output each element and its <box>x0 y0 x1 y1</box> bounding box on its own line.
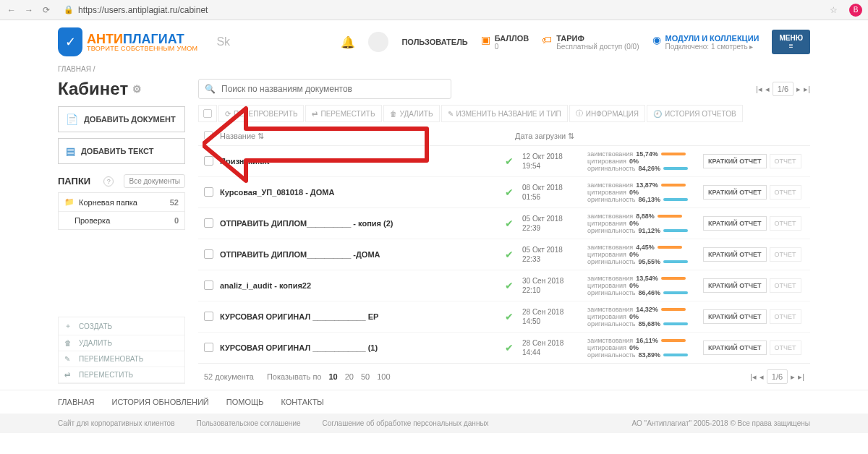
bell-icon[interactable]: 🔔 <box>341 35 355 49</box>
add-document-button[interactable]: 📄 ДОБАВИТЬ ДОКУМЕНТ <box>58 106 185 132</box>
toolbar-move[interactable]: ⇄ПЕРЕМЕСТИТЬ <box>305 105 381 122</box>
add-text-button[interactable]: ▤ ДОБАВИТЬ ТЕКСТ <box>58 138 185 164</box>
report-button[interactable]: ОТЧЕТ <box>770 340 801 355</box>
info-icon: ⓘ <box>576 108 583 119</box>
footer-terms[interactable]: Пользовательское соглашение <box>197 419 301 427</box>
pager-page-b[interactable]: 1/6 <box>767 369 788 384</box>
pager-next-b[interactable]: ▸ <box>791 372 795 382</box>
brief-report-button[interactable]: КРАТКИЙ ОТЧЕТ <box>703 278 767 293</box>
row-date: 28 Сен 201814:50 <box>522 307 587 326</box>
footer-corp[interactable]: Сайт для корпоративных клиентов <box>58 419 175 427</box>
search-box[interactable]: 🔍 <box>198 79 451 99</box>
toolbar: ⟳ПЕРЕПРОВЕРИТЬ ⇄ПЕРЕМЕСТИТЬ 🗑УДАЛИТЬ ✎ИЗ… <box>198 105 810 122</box>
table-head: Название ⇅ Дата загрузки ⇅ <box>198 127 810 146</box>
menu-button[interactable]: МЕНЮ≡ <box>772 30 810 54</box>
row-checkbox[interactable] <box>204 156 213 166</box>
footer-nav: ГЛАВНАЯ ИСТОРИЯ ОБНОВЛЕНИЙ ПОМОЩЬ КОНТАК… <box>0 390 868 414</box>
per-page-20[interactable]: 20 <box>345 372 354 381</box>
footer-history[interactable]: ИСТОРИЯ ОБНОВЛЕНИЙ <box>111 398 208 406</box>
modules[interactable]: ◉ МОДУЛИ И КОЛЛЕКЦИИ Подключено: 1 смотр… <box>652 34 760 51</box>
report-button[interactable]: ОТЧЕТ <box>770 216 801 231</box>
user-label[interactable]: ПОЛЬЗОВАТЕЛЬ <box>401 38 467 46</box>
table-row[interactable]: КУРСОВАЯ ОРИГИНАЛ ____________ ЕР ✔ 28 С… <box>198 301 810 333</box>
row-checkbox[interactable] <box>204 249 213 259</box>
brief-report-button[interactable]: КРАТКИЙ ОТЧЕТ <box>703 216 767 231</box>
table-row[interactable]: КУРСОВАЯ ОРИГИНАЛ ____________ (1) ✔ 28 … <box>198 333 810 363</box>
select-all-checkbox[interactable] <box>204 131 220 141</box>
table-row[interactable]: Признаки.txt ✔ 12 Окт 201819:54 заимство… <box>198 146 810 177</box>
row-checkbox[interactable] <box>204 343 213 352</box>
pager-prev[interactable]: ◂ <box>765 85 770 94</box>
points-icon: ▣ <box>481 34 490 46</box>
move-icon: ⇄ <box>312 110 318 118</box>
page-title: Кабинет ⚙ <box>58 79 185 99</box>
report-button[interactable]: ОТЧЕТ <box>770 154 801 168</box>
brief-report-button[interactable]: КРАТКИЙ ОТЧЕТ <box>703 309 767 324</box>
back-button[interactable]: ← <box>6 4 17 16</box>
per-page-50[interactable]: 50 <box>361 372 370 381</box>
pager-bottom: |◂ ◂ 1/6 ▸ ▸| <box>750 369 804 384</box>
toolbar-delete[interactable]: 🗑УДАЛИТЬ <box>383 105 440 122</box>
folder-create[interactable]: ＋СОЗДАТЬ <box>59 317 184 335</box>
toolbar-info[interactable]: ⓘИНФОРМАЦИЯ <box>569 105 645 122</box>
folder-rename[interactable]: ✎ПЕРЕИМЕНОВАТЬ <box>59 351 184 367</box>
row-date: 08 Окт 201801:56 <box>522 183 587 202</box>
bookmark-icon[interactable]: ☆ <box>830 5 838 15</box>
avatar[interactable] <box>368 32 388 52</box>
forward-button[interactable]: → <box>23 4 35 16</box>
reload-button[interactable]: ⟳ <box>41 4 52 16</box>
toolbar-checkbox[interactable] <box>198 105 217 122</box>
toolbar-history[interactable]: 🕘ИСТОРИЯ ОТЧЕТОВ <box>647 105 743 122</box>
footer-privacy[interactable]: Соглашение об обработке персональных дан… <box>323 419 489 427</box>
per-page-100[interactable]: 100 <box>377 372 390 381</box>
brief-report-button[interactable]: КРАТКИЙ ОТЧЕТ <box>703 185 767 200</box>
help-icon[interactable]: ? <box>103 176 114 187</box>
url-bar[interactable]: 🔒 https://users.antiplagiat.ru/cabinet ☆ <box>58 4 843 17</box>
row-checkbox[interactable] <box>204 218 213 228</box>
pager-prev-b[interactable]: ◂ <box>760 372 764 382</box>
row-checkbox[interactable] <box>204 280 213 290</box>
pager-last[interactable]: ▸| <box>804 85 810 94</box>
brief-report-button[interactable]: КРАТКИЙ ОТЧЕТ <box>703 154 767 168</box>
folder-delete[interactable]: 🗑УДАЛИТЬ <box>59 335 184 351</box>
toolbar-rename[interactable]: ✎ИЗМЕНИТЬ НАЗВАНИЕ И ТИП <box>441 105 568 122</box>
all-documents-button[interactable]: Все документы <box>124 174 185 188</box>
folder-move[interactable]: ⇄ПЕРЕМЕСТИТЬ <box>59 367 184 383</box>
footer-help[interactable]: ПОМОЩЬ <box>226 398 264 406</box>
folder-tree: 📁Корневая папка 52 Проверка 0 <box>58 192 185 230</box>
row-checkbox[interactable] <box>204 187 213 197</box>
pager-last-b[interactable]: ▸| <box>798 372 804 382</box>
brief-report-button[interactable]: КРАТКИЙ ОТЧЕТ <box>703 247 767 262</box>
table-row[interactable]: analiz_i_audit - копия22 ✔ 30 Сен 201822… <box>198 270 810 301</box>
pager-first[interactable]: |◂ <box>756 85 762 94</box>
child-folder[interactable]: Проверка 0 <box>59 212 184 229</box>
footer-main[interactable]: ГЛАВНАЯ <box>58 398 94 406</box>
per-page-10[interactable]: 10 <box>328 372 337 381</box>
col-date[interactable]: Дата загрузки ⇅ <box>515 132 587 141</box>
check-icon: ✔ <box>505 311 522 322</box>
footer-contacts[interactable]: КОНТАКТЫ <box>281 398 324 406</box>
pager-next[interactable]: ▸ <box>796 85 801 94</box>
pager-first-b[interactable]: |◂ <box>750 372 757 382</box>
col-name[interactable]: Название ⇅ <box>220 132 515 141</box>
search-input[interactable] <box>221 84 445 94</box>
brief-report-button[interactable]: КРАТКИЙ ОТЧЕТ <box>703 340 767 355</box>
table-row[interactable]: ОТПРАВИТЬ ДИПЛОМ__________ - копия (2) ✔… <box>198 208 810 239</box>
table-row[interactable]: Курсовая_УП_081018 - ДОМА ✔ 08 Окт 20180… <box>198 177 810 208</box>
row-date: 12 Окт 201819:54 <box>522 152 587 171</box>
pager-page[interactable]: 1/6 <box>773 82 793 96</box>
gear-icon[interactable]: ⚙ <box>132 83 142 95</box>
table-row[interactable]: ОТПРАВИТЬ ДИПЛОМ__________ -ДОМА ✔ 05 Ок… <box>198 239 810 270</box>
report-button[interactable]: ОТЧЕТ <box>770 309 801 324</box>
report-button[interactable]: ОТЧЕТ <box>770 278 801 293</box>
report-button[interactable]: ОТЧЕТ <box>770 185 801 200</box>
profile-badge[interactable]: В <box>849 4 862 17</box>
row-checkbox[interactable] <box>204 312 213 321</box>
report-button[interactable]: ОТЧЕТ <box>770 247 801 262</box>
root-folder[interactable]: 📁Корневая папка 52 <box>59 193 184 212</box>
toolbar-recheck[interactable]: ⟳ПЕРЕПРОВЕРИТЬ <box>218 105 304 122</box>
row-name: КУРСОВАЯ ОРИГИНАЛ ____________ ЕР <box>220 312 505 321</box>
breadcrumb[interactable]: ГЛАВНАЯ / <box>0 62 868 79</box>
check-icon: ✔ <box>505 187 522 198</box>
logo[interactable]: ✓ АНТИПЛАГИАТ ТВОРИТЕ СОБСТВЕННЫМ УМОМ <box>58 27 197 56</box>
